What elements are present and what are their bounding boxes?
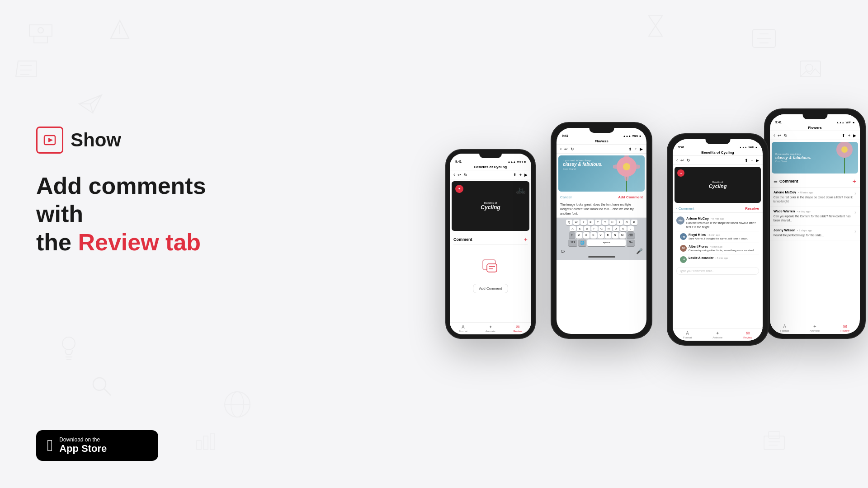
- phone4-tab-animate[interactable]: ✦ Animate: [810, 324, 820, 332]
- phone1-title: Benefits of Cycling: [450, 164, 531, 170]
- svg-rect-8: [197, 441, 201, 450]
- phone3-tab-format[interactable]: A Format: [683, 331, 692, 339]
- phone1-add-btn[interactable]: +: [524, 236, 528, 243]
- phone2-comment-text[interactable]: The image looks great, does the font hav…: [557, 202, 646, 218]
- phone3-comment-label: Comment: [679, 206, 694, 211]
- phone4-tab-review[interactable]: ✉ Review: [840, 324, 849, 332]
- svg-point-31: [624, 170, 629, 181]
- logo-title: Show: [71, 129, 121, 151]
- svg-marker-22: [48, 138, 53, 142]
- svg-line-7: [104, 389, 111, 395]
- phone3-type-comment[interactable]: Type your comment here...: [676, 267, 759, 275]
- phone4-sidebar-title: Comment: [779, 179, 798, 183]
- phone3-tab-animate[interactable]: ✦ Animate: [712, 331, 722, 339]
- phone1-comment-label: Comment: [453, 237, 472, 242]
- svg-point-6: [93, 378, 106, 390]
- svg-marker-1: [111, 20, 129, 38]
- phone1-tab-format[interactable]: A Format: [459, 324, 467, 333]
- phone3-title: Benefits of Cycling: [673, 150, 763, 156]
- svg-point-0: [38, 28, 43, 33]
- phone4-time: 9:41: [775, 121, 782, 124]
- phone2-title: Flowers: [557, 138, 646, 145]
- svg-point-36: [841, 146, 848, 153]
- phones-container: 9:41 ▲▲▲ WiFi ■ Benefits of Cycling ‹ ↩ …: [217, 0, 868, 488]
- phone1-add-comment-btn[interactable]: Add Comment: [473, 284, 508, 293]
- phone4-title: Flowers: [770, 125, 860, 131]
- show-logo-icon: [36, 127, 63, 154]
- phone3-time: 9:41: [678, 145, 684, 149]
- phone1-tab-animate[interactable]: ✦ Animate: [486, 324, 495, 333]
- phone3-resolve-btn[interactable]: Resolve: [745, 206, 759, 211]
- svg-rect-24: [487, 264, 497, 272]
- svg-point-18: [62, 337, 75, 350]
- svg-rect-10: [210, 434, 215, 450]
- svg-rect-9: [203, 436, 208, 450]
- phone-2: 9:41 ▲▲▲ WiFi ■ Flowers ‹ ↩ ↻ ⬆ +: [551, 122, 652, 339]
- phone2-cancel[interactable]: Cancel: [560, 195, 571, 199]
- phone-1: 9:41 ▲▲▲ WiFi ■ Benefits of Cycling ‹ ↩ …: [445, 149, 536, 339]
- phone2-add-comment[interactable]: Add Comment: [618, 195, 643, 199]
- phone1-time: 9:41: [455, 160, 462, 163]
- phone-4: 9:41 ▲▲▲ WiFi ■ Flowers ‹ ↩ ↻ ⬆ +: [764, 108, 866, 339]
- appstore-button[interactable]:  Download on the App Store: [36, 430, 158, 461]
- phone4-tab-format[interactable]: A Format: [780, 324, 789, 332]
- phone2-time: 9:41: [562, 134, 568, 137]
- phone-3: 9:41 ▲▲▲ WiFi ■ Benefits of Cycling ‹ ↩ …: [667, 133, 769, 346]
- phone1-tab-review[interactable]: ✉ Review: [513, 324, 522, 333]
- svg-point-29: [623, 163, 630, 170]
- appstore-text: Download on the App Store: [59, 436, 107, 455]
- apple-icon: : [47, 437, 53, 454]
- phone3-tab-review[interactable]: ✉ Review: [743, 331, 752, 339]
